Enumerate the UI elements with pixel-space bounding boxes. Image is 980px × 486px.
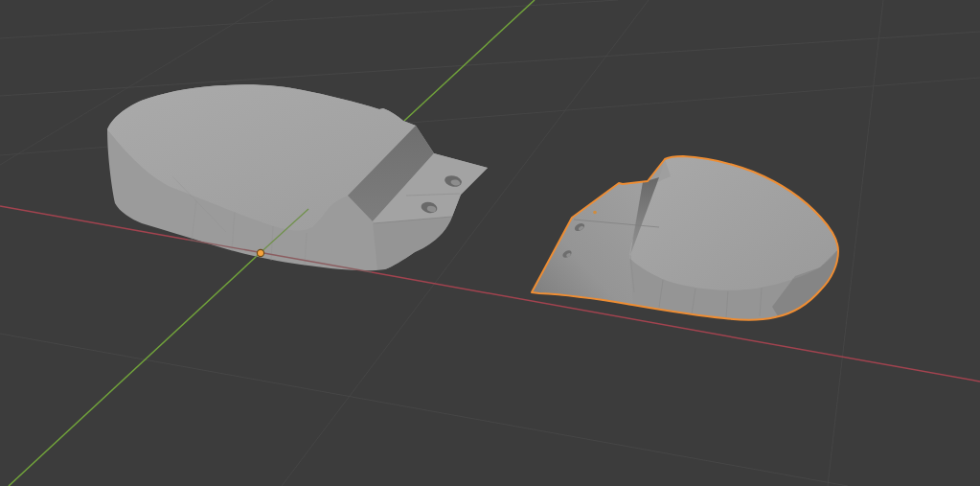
object-origin-dot: [257, 249, 263, 256]
3d-viewport[interactable]: [0, 0, 980, 486]
vertex-highlight-dot: [593, 211, 597, 215]
origin-indicator: [257, 249, 263, 256]
viewport-canvas[interactable]: [0, 0, 980, 486]
